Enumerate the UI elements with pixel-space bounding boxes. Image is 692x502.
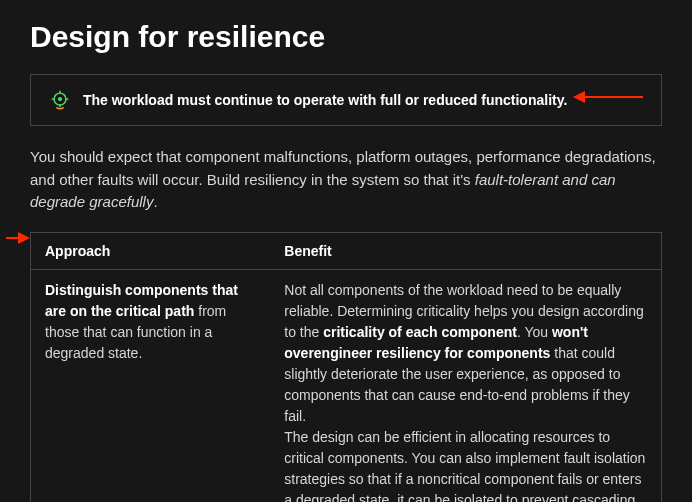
benefit-text-c: . You [517,324,552,340]
annotation-arrow-table [6,234,30,242]
benefit-bold-b: criticality of each component [323,324,517,340]
svg-point-1 [58,97,62,101]
principle-callout: The workload must continue to operate wi… [30,74,662,126]
target-scope-icon [49,89,71,111]
cell-approach: Distinguish components that are on the c… [31,269,271,502]
table-row: Distinguish components that are on the c… [31,269,662,502]
page-title: Design for resilience [30,20,662,54]
callout-message: The workload must continue to operate wi… [83,92,567,108]
approach-benefit-table: Approach Benefit Distinguish components … [30,232,662,503]
benefit-text-f: The design can be efficient in allocatin… [284,429,645,503]
cell-benefit: Not all components of the workload need … [270,269,661,502]
intro-paragraph: You should expect that component malfunc… [30,146,662,214]
annotation-arrow-callout [573,93,643,101]
header-benefit: Benefit [270,232,661,269]
intro-text-post: . [153,193,157,210]
table-header-row: Approach Benefit [31,232,662,269]
header-approach: Approach [31,232,271,269]
